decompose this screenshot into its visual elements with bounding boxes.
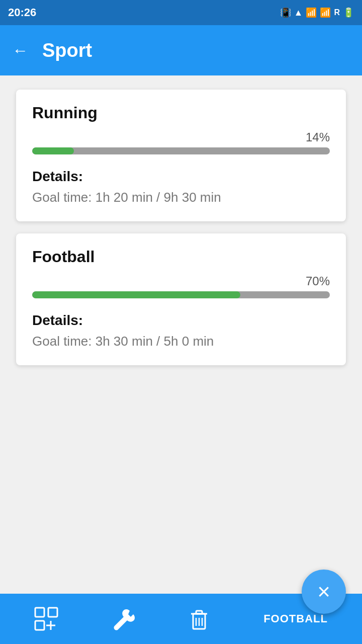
running-progress-fill (32, 147, 74, 154)
status-time: 20:26 (8, 6, 36, 19)
running-details-label: Details: (32, 169, 330, 185)
wrench-icon (111, 607, 135, 631)
svg-rect-7 (196, 611, 202, 614)
trash-icon (187, 607, 211, 631)
football-percent: 70% (32, 274, 330, 288)
status-icons: 📳 ▲ 📶 📶 R 🔋 (280, 7, 354, 18)
football-card: Football 70% Details: Goal time: 3h 30 m… (16, 233, 346, 365)
wifi-icon: ▲ (294, 8, 303, 18)
r-indicator: R (334, 8, 340, 17)
status-bar: 20:26 📳 ▲ 📶 📶 R 🔋 (0, 0, 362, 25)
football-title: Football (32, 248, 330, 266)
battery-icon: 🔋 (343, 7, 354, 18)
delete-button[interactable] (187, 607, 211, 631)
fab-button[interactable]: × (302, 570, 346, 614)
football-details-text: Goal time: 3h 30 min / 5h 0 min (32, 334, 330, 349)
bottom-label: FOOTBALL (263, 612, 328, 625)
svg-rect-1 (48, 608, 57, 617)
signal-icon: 📶 (306, 7, 317, 18)
back-button[interactable]: ← (12, 41, 28, 60)
svg-rect-2 (35, 621, 44, 630)
grid-add-icon (34, 607, 58, 631)
page-title: Sport (42, 40, 92, 61)
running-progress-track (32, 147, 330, 154)
running-title: Running (32, 104, 330, 122)
vibrate-icon: 📳 (280, 7, 291, 18)
running-card: Running 14% Details: Goal time: 1h 20 mi… (16, 90, 346, 221)
football-progress-fill (32, 291, 240, 298)
signal-icon-2: 📶 (320, 7, 331, 18)
settings-button[interactable] (111, 607, 135, 631)
running-percent: 14% (32, 130, 330, 144)
football-progress-track (32, 291, 330, 298)
close-icon: × (317, 581, 330, 603)
app-bar: ← Sport (0, 25, 362, 75)
add-grid-button[interactable] (34, 607, 58, 631)
svg-rect-0 (35, 608, 44, 617)
main-content: Running 14% Details: Goal time: 1h 20 mi… (0, 75, 362, 379)
running-details-text: Goal time: 1h 20 min / 9h 30 min (32, 190, 330, 205)
football-details-label: Details: (32, 312, 330, 329)
